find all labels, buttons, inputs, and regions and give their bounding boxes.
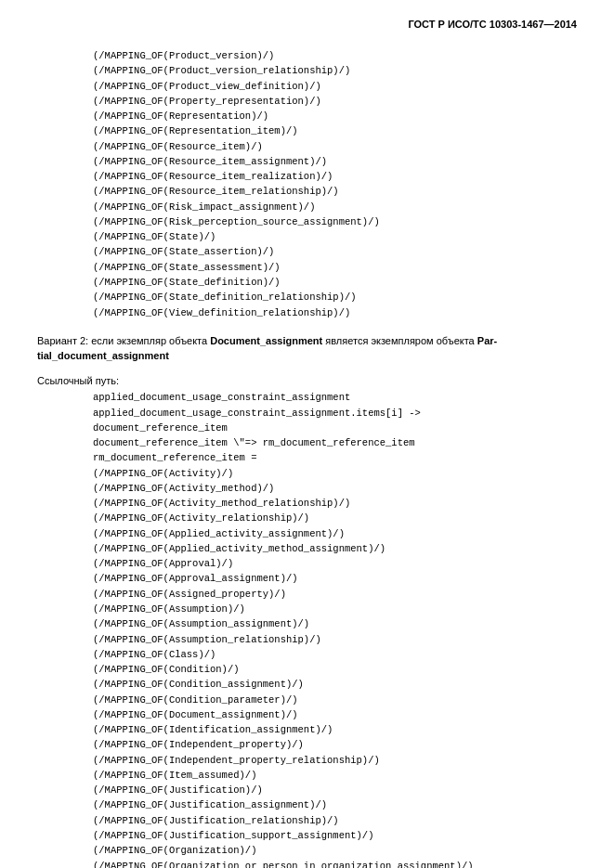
- reference-line: (/MAPPING_OF(Justification_relationship)…: [93, 813, 577, 828]
- reference-line: (/MAPPING_OF(Justification)/): [93, 783, 577, 797]
- code-line: (/MAPPING_OF(Property_representation)/): [93, 94, 577, 109]
- reference-line: applied_document_usage_constraint_assign…: [93, 390, 577, 405]
- reference-line: (/MAPPING_OF(Item_assumed)/): [93, 768, 577, 783]
- code-line: (/MAPPING_OF(Risk_perception_source_assi…: [93, 214, 577, 229]
- code-line: (/MAPPING_OF(Resource_item_realization)/…: [93, 169, 577, 184]
- reference-line: document_reference_item: [93, 421, 577, 435]
- variant-object1: Document_assignment: [210, 335, 322, 346]
- code-line: (/MAPPING_OF(Product_view_definition)/): [93, 79, 577, 94]
- variant-block: Вариант 2: если экземпляр объекта Docume…: [37, 333, 577, 364]
- reference-line: (/MAPPING_OF(Organization)/): [93, 843, 577, 858]
- code-line: (/MAPPING_OF(Product_version)/): [93, 48, 577, 63]
- reference-line: (/MAPPING_OF(Applied_activity_method_ass…: [93, 541, 577, 556]
- variant-prefix: Вариант 2: если экземпляр объекта: [37, 335, 210, 346]
- variant-middle: является экземпляром объекта: [322, 335, 477, 346]
- reference-label-text: Ссылочный путь:: [37, 375, 119, 386]
- reference-line: (/MAPPING_OF(Condition)/): [93, 662, 577, 677]
- code-line: (/MAPPING_OF(Representation)/): [93, 109, 577, 123]
- reference-line: (/MAPPING_OF(Activity_relationship)/): [93, 511, 577, 525]
- reference-line: (/MAPPING_OF(Approval_assignment)/): [93, 571, 577, 586]
- code-line: (/MAPPING_OF(State_assessment)/): [93, 260, 577, 275]
- top-code-lines: (/MAPPING_OF(Product_version)/)(/MAPPING…: [93, 48, 577, 320]
- reference-line: applied_document_usage_constraint_assign…: [93, 406, 577, 421]
- reference-content: applied_document_usage_constraint_assign…: [93, 390, 577, 868]
- code-line: (/MAPPING_OF(Representation_item)/): [93, 123, 577, 138]
- reference-line: (/MAPPING_OF(Assumption_assignment)/): [93, 616, 577, 631]
- page-header: ГОСТ Р ИСО/ТС 10303-1467—2014: [37, 19, 577, 33]
- reference-line: (/MAPPING_OF(Justification_support_assig…: [93, 828, 577, 843]
- code-line: (/MAPPING_OF(Product_version_relationshi…: [93, 63, 577, 78]
- code-line: (/MAPPING_OF(State)/): [93, 229, 577, 244]
- reference-line: (/MAPPING_OF(Assumption_relationship)/): [93, 632, 577, 647]
- reference-line: (/MAPPING_OF(Document_assignment)/): [93, 707, 577, 722]
- code-line: (/MAPPING_OF(State_definition)/): [93, 275, 577, 290]
- reference-line: (/MAPPING_OF(Justification_assignment)/): [93, 797, 577, 812]
- reference-line: (/MAPPING_OF(Condition_assignment)/): [93, 677, 577, 692]
- reference-line: (/MAPPING_OF(Independent_property_relati…: [93, 753, 577, 768]
- reference-line: (/MAPPING_OF(Activity_method)/): [93, 481, 577, 496]
- reference-line: (/MAPPING_OF(Activity)/): [93, 466, 577, 481]
- code-line: (/MAPPING_OF(Risk_impact_assignment)/): [93, 200, 577, 214]
- reference-label: Ссылочный путь:: [37, 373, 577, 389]
- reference-line: rm_document_reference_item =: [93, 450, 577, 465]
- reference-line: (/MAPPING_OF(Organization_or_person_in_o…: [93, 859, 577, 868]
- code-line: (/MAPPING_OF(View_definition_relationshi…: [93, 305, 577, 320]
- reference-line: document_reference_item \"=> rm_document…: [93, 435, 577, 450]
- header-title: ГОСТ Р ИСО/ТС 10303-1467—2014: [408, 19, 577, 30]
- code-line: (/MAPPING_OF(Resource_item)/): [93, 139, 577, 154]
- reference-line: (/MAPPING_OF(Condition_parameter)/): [93, 693, 577, 707]
- reference-line: (/MAPPING_OF(Approval)/): [93, 556, 577, 571]
- top-code-block: (/MAPPING_OF(Product_version)/)(/MAPPING…: [37, 48, 577, 320]
- reference-line: (/MAPPING_OF(Activity_method_relationshi…: [93, 496, 577, 511]
- code-line: (/MAPPING_OF(State_definition_relationsh…: [93, 290, 577, 304]
- code-line: (/MAPPING_OF(State_assertion)/): [93, 244, 577, 259]
- reference-line: (/MAPPING_OF(Identification_assignment)/…: [93, 722, 577, 737]
- code-line: (/MAPPING_OF(Resource_item_assignment)/): [93, 154, 577, 169]
- reference-line: (/MAPPING_OF(Applied_activity_assignment…: [93, 526, 577, 541]
- reference-line: (/MAPPING_OF(Class)/): [93, 647, 577, 662]
- reference-line: (/MAPPING_OF(Assigned_property)/): [93, 587, 577, 602]
- code-line: (/MAPPING_OF(Resource_item_relationship)…: [93, 184, 577, 199]
- reference-line: (/MAPPING_OF(Independent_property)/): [93, 737, 577, 752]
- reference-section: Ссылочный путь: applied_document_usage_c…: [37, 373, 577, 868]
- reference-line: (/MAPPING_OF(Assumption)/): [93, 602, 577, 616]
- page-container: ГОСТ Р ИСО/ТС 10303-1467—2014 (/MAPPING_…: [0, 0, 614, 868]
